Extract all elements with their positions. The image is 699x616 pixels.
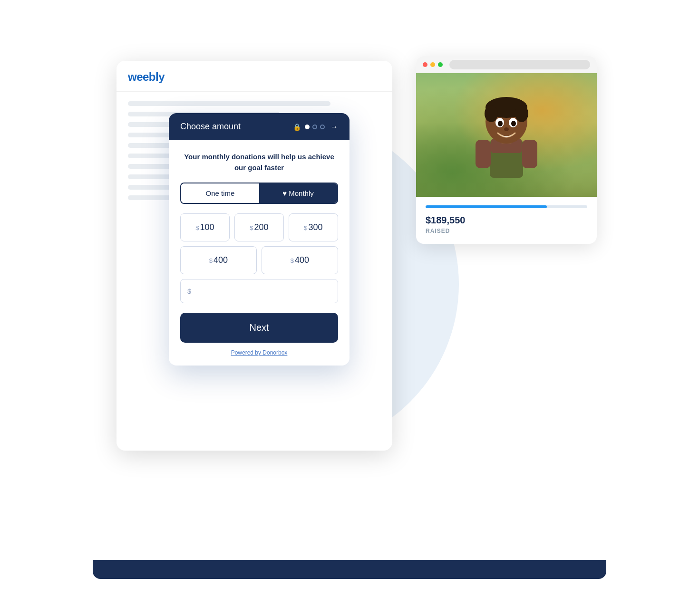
powered-by-link[interactable]: Powered by Donorbox xyxy=(180,349,338,356)
weebly-logo-text: weebly xyxy=(128,70,165,83)
svg-point-7 xyxy=(485,105,498,122)
svg-point-12 xyxy=(511,121,516,126)
amount-button-300[interactable]: $300 xyxy=(289,213,338,241)
frequency-toggle: One time ♥ Monthly xyxy=(180,183,338,204)
step-dots xyxy=(305,125,325,129)
progress-bar-container xyxy=(426,205,587,208)
svg-rect-2 xyxy=(476,140,491,168)
widget-body: Your monthly donations will help us achi… xyxy=(169,140,350,366)
widget-subtitle: Your monthly donations will help us achi… xyxy=(180,152,338,173)
amount-button-400b[interactable]: $400 xyxy=(262,246,338,274)
browser-maximize-dot xyxy=(438,62,443,67)
currency-symbol-5: $ xyxy=(291,257,294,264)
donation-widget: Choose amount 🔒 → Your monthly donations… xyxy=(169,113,350,366)
url-bar xyxy=(449,60,590,69)
widget-blue-accent xyxy=(93,560,606,579)
progress-bar-fill xyxy=(426,205,547,208)
scene: weebly Choose amount 🔒 xyxy=(88,47,611,569)
amount-grid-row2: $400 $400 xyxy=(180,246,338,274)
browser-minimize-dot xyxy=(430,62,435,67)
amount-button-400a[interactable]: $400 xyxy=(180,246,257,274)
fundraising-card: $189,550 RAISED xyxy=(416,56,597,244)
currency-symbol-3: $ xyxy=(304,224,307,231)
custom-amount-input[interactable] xyxy=(194,287,331,295)
widget-header: Choose amount 🔒 → xyxy=(169,113,350,140)
weebly-header: weebly xyxy=(116,61,392,92)
svg-point-11 xyxy=(498,121,503,126)
browser-close-dot xyxy=(423,62,427,67)
amount-grid-row1: $100 $200 $300 xyxy=(180,213,338,241)
widget-header-icons: 🔒 → xyxy=(293,123,338,131)
raised-amount: $189,550 xyxy=(426,215,587,226)
widget-title: Choose amount xyxy=(180,122,241,132)
step-dot-1 xyxy=(305,125,310,129)
monthly-button[interactable]: ♥ Monthly xyxy=(259,183,337,203)
card-info: $189,550 RAISED xyxy=(416,197,597,244)
arrow-icon: → xyxy=(330,123,338,131)
sidebar-line-1 xyxy=(128,101,330,106)
step-dot-2 xyxy=(312,125,317,129)
card-browser-bar xyxy=(416,56,597,73)
amount-button-200[interactable]: $200 xyxy=(234,213,284,241)
raised-label: RAISED xyxy=(426,228,587,234)
currency-symbol-2: $ xyxy=(250,224,253,231)
card-image xyxy=(416,73,597,197)
step-dot-3 xyxy=(320,125,325,129)
currency-symbol-4: $ xyxy=(209,257,213,264)
amount-button-100[interactable]: $100 xyxy=(180,213,230,241)
svg-point-8 xyxy=(515,105,528,122)
custom-currency-symbol: $ xyxy=(187,288,191,295)
boy-illustration xyxy=(459,83,554,197)
lock-icon: 🔒 xyxy=(293,123,301,131)
svg-rect-3 xyxy=(522,140,537,168)
custom-amount-field[interactable]: $ xyxy=(180,279,338,303)
next-button[interactable]: Next xyxy=(180,313,338,343)
weebly-logo: weebly xyxy=(128,70,381,84)
one-time-button[interactable]: One time xyxy=(181,183,259,203)
svg-point-13 xyxy=(504,127,509,131)
currency-symbol-1: $ xyxy=(195,224,199,231)
